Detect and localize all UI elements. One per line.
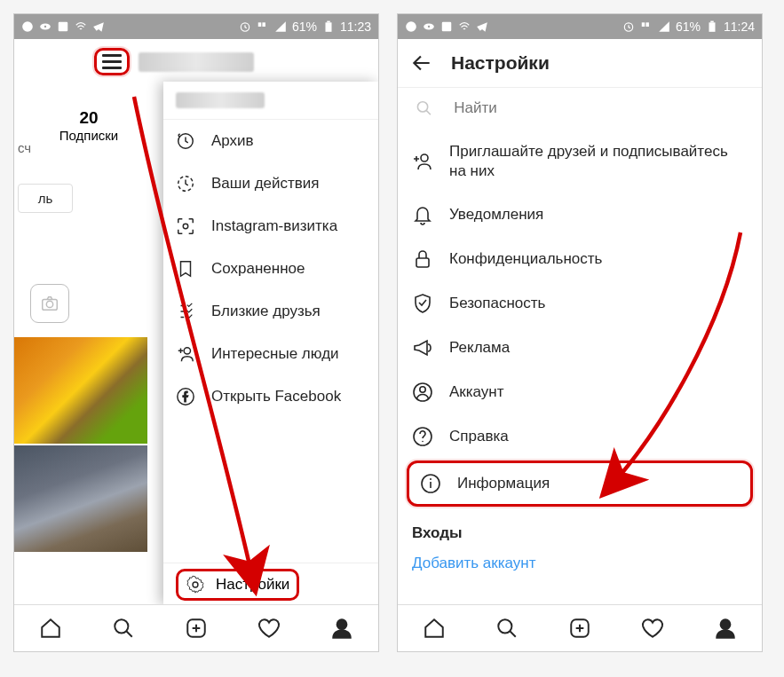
facebook-icon xyxy=(176,387,195,406)
battery-percent: 61% xyxy=(676,20,701,34)
grid-photo[interactable] xyxy=(14,337,147,444)
phone-screen-2: 61% 11:24 Настройки Приглашайте друзей и… xyxy=(397,13,763,652)
search-row[interactable] xyxy=(398,88,762,130)
svg-rect-25 xyxy=(642,22,645,27)
svg-point-0 xyxy=(22,21,33,32)
battery-icon xyxy=(706,20,718,33)
svg-point-38 xyxy=(498,619,511,633)
svg-point-35 xyxy=(422,441,424,443)
setting-label: Приглашайте друзей и подписывайтесь на н… xyxy=(449,142,748,181)
page-title: Настройки xyxy=(451,52,550,74)
bottom-navigation xyxy=(398,604,762,651)
nav-add-icon[interactable] xyxy=(568,617,591,640)
nav-heart-icon[interactable] xyxy=(641,617,664,640)
menu-label: Открыть Facebook xyxy=(211,388,341,405)
square-icon xyxy=(57,20,69,33)
svg-rect-28 xyxy=(710,21,714,23)
svg-point-2 xyxy=(44,26,46,28)
svg-rect-6 xyxy=(262,22,265,27)
search-input[interactable] xyxy=(452,98,744,118)
hamburger-menu-button[interactable] xyxy=(94,48,130,75)
archive-icon xyxy=(176,131,195,151)
svg-rect-8 xyxy=(327,21,330,23)
grid-photo[interactable] xyxy=(14,445,147,552)
svg-rect-31 xyxy=(416,258,429,267)
menu-close-friends[interactable]: Близкие друзья xyxy=(163,290,378,333)
clock-time: 11:24 xyxy=(724,20,755,34)
setting-label: Реклама xyxy=(449,339,510,357)
camera-icon xyxy=(40,294,59,313)
eye-icon xyxy=(39,20,51,33)
menu-open-facebook[interactable]: Открыть Facebook xyxy=(163,375,378,418)
new-story-button[interactable] xyxy=(30,284,69,323)
battery-icon xyxy=(322,20,335,33)
nav-heart-icon[interactable] xyxy=(257,617,281,640)
svg-point-19 xyxy=(337,619,347,629)
info-icon xyxy=(420,473,441,494)
alarm-icon xyxy=(239,20,251,33)
gear-icon xyxy=(186,575,205,594)
skype-icon xyxy=(21,20,34,33)
side-menu-panel: Архив Ваши действия Instagram-визитка Со… xyxy=(163,82,378,605)
add-account-link[interactable]: Добавить аккаунт xyxy=(398,549,762,572)
settings-help[interactable]: Справка xyxy=(398,414,762,459)
menu-label: Ваши действия xyxy=(211,175,320,193)
add-person-icon xyxy=(176,344,195,364)
follow-stat[interactable]: сч 20 Подписки xyxy=(14,82,163,152)
svg-rect-27 xyxy=(709,22,715,31)
signal-icon xyxy=(274,20,287,33)
battery-percent: 61% xyxy=(292,20,317,34)
back-arrow-icon[interactable] xyxy=(410,51,433,75)
panel-username-blurred xyxy=(176,92,265,108)
help-icon xyxy=(412,426,433,447)
svg-point-17 xyxy=(115,619,128,633)
shield-icon xyxy=(412,293,433,314)
settings-account[interactable]: Аккаунт xyxy=(398,370,762,414)
menu-saved[interactable]: Сохраненное xyxy=(163,248,378,290)
menu-label: Сохраненное xyxy=(211,260,305,278)
lock-icon xyxy=(412,248,433,270)
nav-add-icon[interactable] xyxy=(185,617,208,640)
menu-activity[interactable]: Ваши действия xyxy=(163,162,378,205)
svg-rect-5 xyxy=(258,22,262,27)
alarm-icon xyxy=(622,20,635,33)
settings-invite-friends[interactable]: Приглашайте друзей и подписывайтесь на н… xyxy=(398,130,762,193)
nav-profile-icon[interactable] xyxy=(330,617,353,640)
nav-home-icon[interactable] xyxy=(39,617,62,640)
svg-rect-23 xyxy=(442,22,452,32)
person-circle-icon xyxy=(412,382,433,403)
nav-search-icon[interactable] xyxy=(112,617,135,640)
username-blurred xyxy=(139,52,254,72)
megaphone-icon xyxy=(412,337,433,358)
telegram-icon xyxy=(476,20,488,33)
edit-profile-button[interactable]: ль xyxy=(18,184,73,213)
settings-privacy[interactable]: Конфиденциальность xyxy=(398,237,762,281)
wifi-icon xyxy=(458,20,471,33)
setting-label: Справка xyxy=(449,428,509,445)
activity-icon xyxy=(176,174,195,193)
setting-label: Конфиденциальность xyxy=(449,250,602,268)
stat-label: Подписки xyxy=(20,128,158,143)
menu-label: Архив xyxy=(211,132,254,150)
menu-archive[interactable]: Архив xyxy=(163,120,378,162)
svg-point-22 xyxy=(428,26,430,28)
settings-footer: Настройки xyxy=(163,563,378,605)
nav-home-icon[interactable] xyxy=(423,617,446,640)
setting-label: Аккаунт xyxy=(449,383,504,401)
setting-label: Информация xyxy=(457,475,550,492)
settings-header: Настройки xyxy=(398,39,762,88)
svg-rect-3 xyxy=(59,22,68,32)
skype-icon xyxy=(405,20,417,33)
settings-notifications[interactable]: Уведомления xyxy=(398,193,762,237)
nav-search-icon[interactable] xyxy=(495,617,519,640)
settings-security[interactable]: Безопасность xyxy=(398,281,762,326)
eye-icon xyxy=(423,20,435,33)
status-bar: 61% 11:24 xyxy=(398,14,762,39)
settings-button[interactable]: Настройки xyxy=(176,569,299,601)
settings-about-highlighted[interactable]: Информация xyxy=(407,461,753,507)
nav-profile-icon[interactable] xyxy=(714,617,737,640)
menu-nametag[interactable]: Instagram-визитка xyxy=(163,205,378,248)
menu-label: Интересные люди xyxy=(211,345,339,363)
menu-discover-people[interactable]: Интересные люди xyxy=(163,333,378,375)
settings-ads[interactable]: Реклама xyxy=(398,326,762,370)
